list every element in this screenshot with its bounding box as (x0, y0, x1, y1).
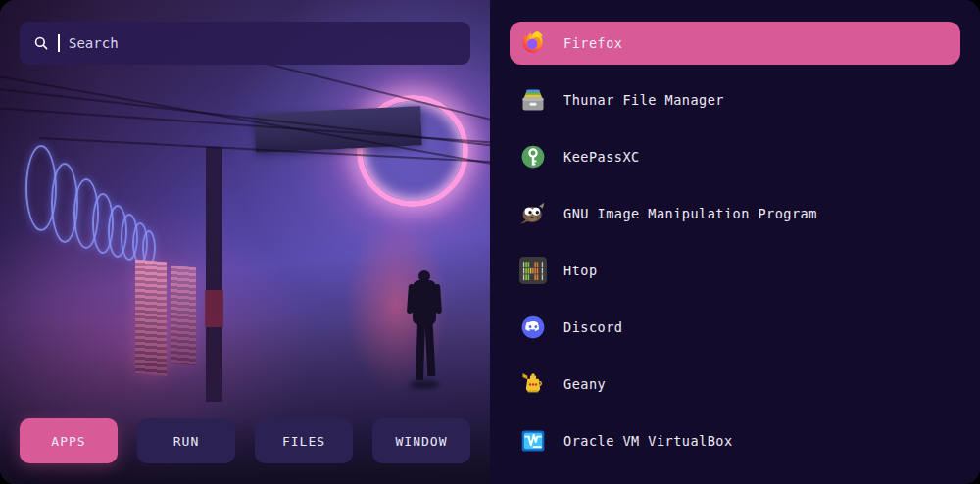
app-item-label: Thunar File Manager (564, 92, 724, 108)
gimp-icon (519, 200, 547, 227)
app-item-label: KeePassXC (564, 149, 640, 165)
app-item-htop[interactable]: Htop (510, 249, 960, 292)
app-item-label: Geany (564, 376, 606, 392)
street-sign (205, 290, 223, 327)
app-item-label: GNU Image Manipulation Program (564, 206, 817, 221)
app-launcher-window: APPSRUNFILESWINDOW FirefoxThunar File Ma… (0, 0, 980, 484)
app-item-oracle-vm-virtualbox[interactable]: Oracle VM VirtualBox (510, 419, 960, 462)
app-item-label: Htop (564, 263, 598, 278)
app-item-keepassxc[interactable]: KeePassXC (510, 135, 960, 178)
firefox-icon (519, 29, 547, 57)
left-panel: APPSRUNFILESWINDOW (0, 0, 490, 484)
virtualbox-icon (519, 427, 547, 455)
app-item-firefox[interactable]: Firefox (510, 22, 960, 65)
app-item-label: Firefox (564, 35, 622, 51)
roller-shutter (135, 260, 167, 376)
mode-tab-apps[interactable]: APPS (20, 418, 118, 463)
app-item-label: Oracle VM VirtualBox (564, 433, 733, 449)
app-item-thunar-file-manager[interactable]: Thunar File Manager (510, 78, 960, 121)
app-item-gnu-image-manipulation-program[interactable]: GNU Image Manipulation Program (510, 192, 960, 235)
mode-tabs: APPSRUNFILESWINDOW (20, 418, 470, 463)
search-icon (33, 35, 49, 51)
keepassxc-icon (519, 143, 547, 170)
wallpaper-background (0, 0, 490, 484)
app-item-label: Discord (564, 319, 622, 335)
mode-tab-run[interactable]: RUN (137, 418, 235, 463)
thunar-icon (519, 86, 547, 114)
mode-tab-files[interactable]: FILES (255, 418, 353, 463)
roller-shutter (171, 266, 196, 365)
discord-icon (519, 314, 547, 341)
text-cursor (58, 34, 60, 52)
street-pillar (206, 147, 222, 402)
app-item-discord[interactable]: Discord (510, 306, 960, 349)
search-bar[interactable] (20, 22, 470, 65)
search-input[interactable] (69, 35, 457, 51)
geany-icon (519, 370, 547, 398)
person-silhouette (410, 270, 439, 392)
mode-tab-window[interactable]: WINDOW (372, 418, 470, 463)
app-item-geany[interactable]: Geany (510, 363, 960, 406)
htop-icon (519, 257, 547, 284)
app-list: FirefoxThunar File ManagerKeePassXCGNU I… (490, 0, 980, 484)
